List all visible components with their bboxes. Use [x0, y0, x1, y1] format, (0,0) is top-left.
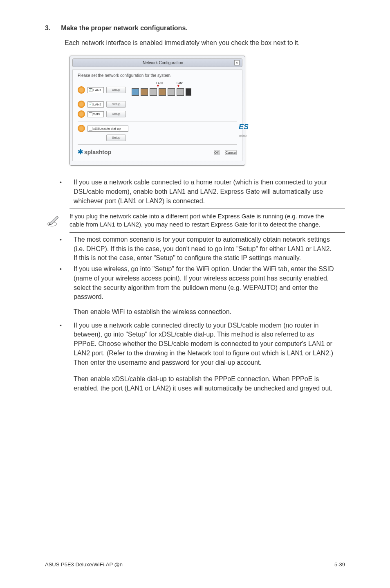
bullet-4-followup: Then enable xDSL/cable dial-up to establ…: [74, 375, 337, 393]
wifi-checkbox[interactable]: WiFi: [87, 111, 104, 117]
gear-icon: [78, 101, 85, 108]
wifi-setup-button[interactable]: Setup: [106, 111, 126, 117]
lan1-setup-button[interactable]: Setup: [106, 87, 126, 93]
note-text: If you plug the network cable into a dif…: [69, 209, 345, 233]
step-number: 3.: [45, 25, 50, 32]
xdsl-checkbox[interactable]: xDSL/cable dial-up: [87, 126, 128, 132]
close-icon[interactable]: ×: [234, 60, 240, 65]
xdsl-setup-button[interactable]: Setup: [106, 135, 126, 141]
bullet-icon: •: [60, 178, 64, 206]
step-description: Each network interface is enabled immedi…: [65, 38, 345, 47]
page-number: 5-39: [334, 561, 345, 568]
note-pen-icon: [45, 209, 62, 233]
page-footer: ASUS P5E3 Deluxe/WiFi-AP @n 5-39: [45, 558, 345, 568]
lan1-checkbox[interactable]: ✓ LAN1: [87, 87, 104, 93]
bullet-icon: •: [60, 265, 64, 302]
splashtop-logo: ✱splashtop: [78, 148, 111, 156]
network-config-figure: Network Configuration × Please set the n…: [69, 56, 345, 166]
lan2-setup-button[interactable]: Setup: [106, 101, 126, 108]
es-logo: ES splash: [239, 123, 249, 138]
network-config-dialog: Network Configuration × Please set the n…: [69, 56, 245, 166]
ok-button[interactable]: OK: [214, 150, 220, 155]
gear-icon: [78, 110, 85, 118]
bullet-3: If you use wireless, go into "Setup" for…: [74, 265, 337, 302]
gear-icon: [78, 86, 85, 94]
bullet-icon: •: [60, 235, 64, 263]
bullet-2: The most common scenario is for your com…: [74, 235, 337, 263]
bullet-4: If you use a network cable connected dir…: [74, 321, 337, 368]
step-title: Make the proper network configurations.: [61, 25, 187, 32]
lan2-checkbox[interactable]: ✓ LAN2: [87, 101, 104, 108]
footer-left: ASUS P5E3 Deluxe/WiFi-AP @n: [45, 561, 123, 568]
bullet-1: If you use a network cable connected to …: [74, 178, 337, 206]
cancel-button[interactable]: Cancel: [225, 150, 237, 155]
ports-diagram: LAN2▼ LAN1▼: [132, 82, 237, 98]
dialog-instruction: Please set the network configuration for…: [78, 73, 237, 78]
bullet-3-followup: Then enable WiFi to establish the wirele…: [74, 307, 337, 317]
gear-icon: [78, 125, 85, 132]
dialog-titlebar: Network Configuration ×: [72, 58, 242, 67]
bullet-icon: •: [60, 321, 64, 368]
dialog-title: Network Configuration: [143, 61, 183, 65]
